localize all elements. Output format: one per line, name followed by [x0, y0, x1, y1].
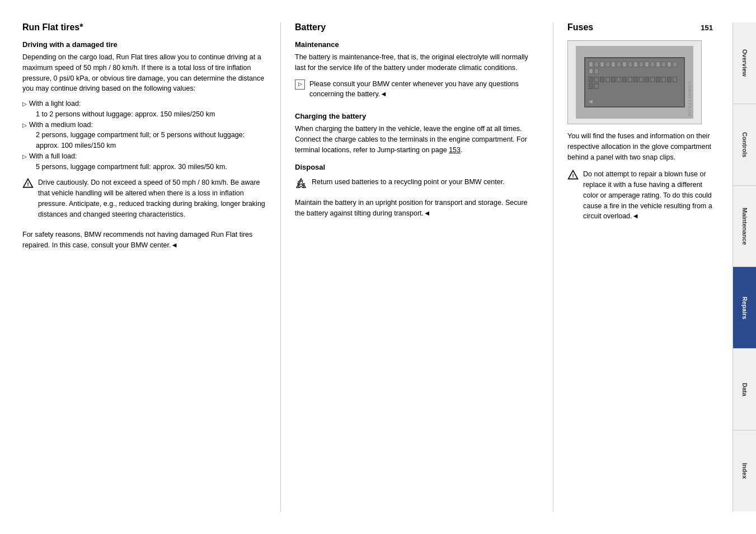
fuses-header: Fuses 151: [567, 22, 713, 32]
col2-note-backtriangle: ◄: [380, 90, 387, 98]
col2-title: Battery: [295, 22, 539, 32]
col-fuses: Fuses 151: [556, 22, 724, 512]
col1-bullet-list: With a light load: 1 to 2 persons withou…: [22, 99, 266, 172]
col1-subsection-heading: Driving with a damaged tire: [22, 40, 266, 49]
recycle-icon: [295, 177, 307, 190]
col3-title: Fuses: [567, 22, 593, 32]
right-sidebar: Overview Controls Maintenance Repairs Da…: [732, 22, 756, 512]
sidebar-tab-index[interactable]: Index: [733, 430, 756, 512]
svg-text:!: !: [572, 173, 574, 179]
col2-note-text: Please consult your BMW center whenever …: [309, 79, 539, 100]
col2-charging-heading: Charging the battery: [295, 112, 539, 120]
sidebar-tab-data[interactable]: Data: [733, 349, 756, 430]
col-battery: Battery Maintenance The battery is maint…: [284, 22, 550, 512]
sidebar-tab-controls[interactable]: Controls: [733, 104, 756, 186]
col1-footer-text: For safety reasons, BMW recommends not h…: [22, 229, 266, 251]
warning-triangle-icon: !: [22, 178, 34, 189]
col2-disposal-heading: Disposal: [295, 163, 539, 171]
bullet-item-2: With a medium load:: [22, 120, 266, 130]
page-link-153[interactable]: 153: [449, 146, 461, 154]
sidebar-tab-overview[interactable]: Overview: [733, 22, 756, 104]
sidebar-tab-repairs[interactable]: Repairs: [733, 267, 756, 349]
image-watermark: UVW01172JIA: [687, 81, 692, 116]
col3-warning-triangle-icon: !: [567, 170, 579, 181]
col2-maintenance-heading: Maintenance: [295, 40, 539, 49]
bullet-item-3: 2 persons, luggage compartment full; or …: [22, 130, 266, 151]
col3-warning-text: Do not attempt to repair a blown fuse or…: [583, 169, 713, 222]
col1-backtriangle: ◄: [171, 241, 177, 249]
page-number: 151: [701, 24, 713, 32]
svg-text:!: !: [27, 181, 29, 187]
col3-description: You will find the fuses and information …: [567, 131, 713, 162]
col2-note: Please consult your BMW center whenever …: [295, 79, 539, 105]
note-arrow-icon: [295, 79, 305, 90]
bullet-item-0: With a light load:: [22, 99, 266, 109]
divider-2: [553, 22, 553, 512]
col2-recycle-text: Return used batteries to a recycling poi…: [312, 177, 505, 188]
col2-recycle: Return used batteries to a recycling poi…: [295, 177, 539, 192]
col1-title: Run Flat tires*: [22, 22, 266, 32]
bullet-item-5: 5 persons, luggage compartment full: app…: [22, 162, 266, 172]
sidebar-tab-maintenance[interactable]: Maintenance: [733, 186, 756, 268]
col3-warning: ! Do not attempt to repair a blown fuse …: [567, 169, 713, 226]
col3-backtriangle: ◄: [632, 212, 639, 220]
col1-warning-text: Drive cautiously. Do not exceed a speed …: [38, 177, 266, 219]
col-run-flat: Run Flat tires* Driving with a damaged t…: [22, 22, 278, 512]
col1-warning: ! Drive cautiously. Do not exceed a spee…: [22, 177, 266, 224]
col1-subsection-body: Depending on the cargo load, Run Flat ti…: [22, 52, 266, 94]
col2-disposal-backtriangle: ◄: [424, 209, 430, 217]
col2-charging-body: When charging the battery in the vehicle…: [295, 124, 539, 155]
bullet-item-1: 1 to 2 persons without luggage: approx. …: [22, 109, 266, 120]
col2-maintenance-body: The battery is maintenance-free, that is…: [295, 52, 539, 73]
fuses-image: ◀ UVW01172JIA: [567, 40, 702, 124]
divider-1: [280, 22, 281, 512]
bullet-item-4: With a full load:: [22, 151, 266, 162]
col2-disposal-body: Maintain the battery in an upright posit…: [295, 198, 539, 219]
